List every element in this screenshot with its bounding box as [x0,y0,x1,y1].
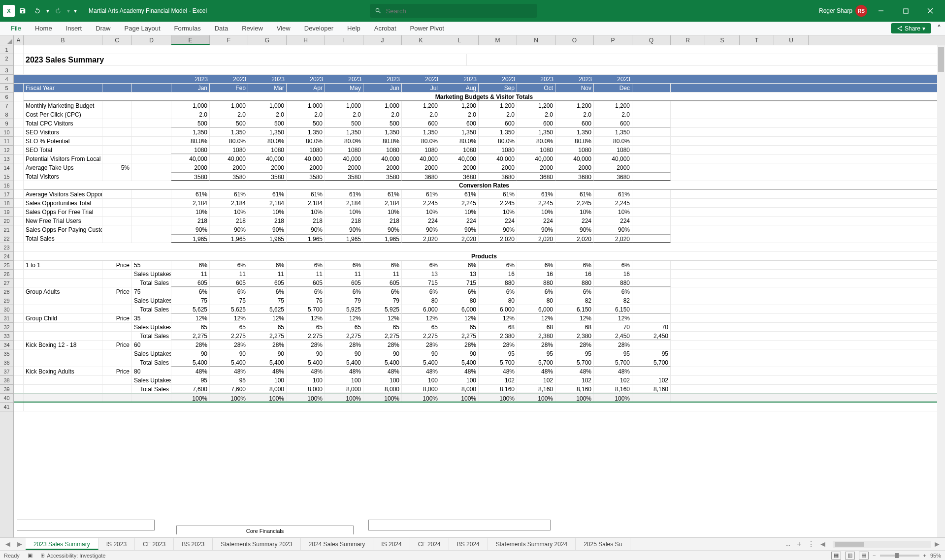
row-header-41[interactable]: 41 [0,403,13,411]
col-header-Q[interactable]: Q [632,35,671,45]
row-header-23[interactable]: 23 [0,243,13,252]
col-header-C[interactable]: C [102,35,132,45]
view-normal[interactable]: ▦ [831,552,841,560]
zoom-slider[interactable] [880,555,919,557]
row-header-8[interactable]: 8 [0,110,13,119]
ribbon-tab-home[interactable]: Home [28,22,59,35]
tabs-ellipsis[interactable]: ... [782,541,793,548]
sheet-tab[interactable]: 2023 Sales Summary [26,538,98,550]
sheet-tab[interactable]: Statements Summary 2023 [213,538,300,550]
close-button[interactable] [919,0,941,22]
row-header-28[interactable]: 28 [0,287,13,296]
row-header-26[interactable]: 26 [0,270,13,279]
row-header-10[interactable]: 10 [0,128,13,137]
row-header-36[interactable]: 36 [0,358,13,367]
ribbon-tab-view[interactable]: View [270,22,297,35]
undo-dropdown[interactable]: ▾ [45,4,50,18]
col-header-F[interactable]: F [210,35,248,45]
hscroll-right[interactable]: ► [931,538,943,550]
col-header-M[interactable]: M [479,35,517,45]
add-sheet-button[interactable]: + [793,540,805,549]
col-header-N[interactable]: N [517,35,555,45]
ribbon-tab-draw[interactable]: Draw [89,22,117,35]
row-header-30[interactable]: 30 [0,305,13,314]
col-header-R[interactable]: R [671,35,705,45]
sheet-tab[interactable]: BS 2023 [174,538,213,550]
row-header-29[interactable]: 29 [0,296,13,305]
ribbon-tab-acrobat[interactable]: Acrobat [367,22,403,35]
redo-button[interactable] [51,4,65,18]
view-page-break[interactable]: ▤ [859,552,869,560]
save-button[interactable] [16,4,30,18]
row-header-17[interactable]: 17 [0,190,13,199]
view-page-layout[interactable]: ▥ [845,552,855,560]
col-header-L[interactable]: L [440,35,479,45]
row-header-15[interactable]: 15 [0,172,13,181]
row-header-12[interactable]: 12 [0,146,13,155]
ribbon-tab-developer[interactable]: Developer [297,22,340,35]
col-header-E[interactable]: E [171,35,210,45]
row-header-11[interactable]: 11 [0,137,13,146]
row-header-5[interactable]: 5 [0,84,13,93]
row-header-20[interactable]: 20 [0,217,13,225]
row-header-9[interactable]: 9 [0,119,13,128]
qat-customize[interactable]: ▾ [72,4,79,18]
hscroll-thumb[interactable] [835,542,864,547]
row-header-22[interactable]: 22 [0,234,13,243]
tab-nav-prev[interactable]: ◄ [2,538,14,550]
vscroll-thumb[interactable] [938,47,944,72]
macro-record-icon[interactable]: ▣ [28,552,33,559]
row-header-35[interactable]: 35 [0,349,13,358]
row-header-39[interactable]: 39 [0,385,13,394]
row-header-31[interactable]: 31 [0,314,13,323]
col-header-G[interactable]: G [248,35,287,45]
row-header-38[interactable]: 38 [0,376,13,385]
col-header-J[interactable]: J [363,35,402,45]
sheet-tab[interactable]: 2024 Sales Summary [301,538,374,550]
vertical-scrollbar[interactable] [937,45,945,537]
row-header-37[interactable]: 37 [0,367,13,376]
col-header-B[interactable]: B [24,35,102,45]
row-header-13[interactable]: 13 [0,155,13,163]
col-header-A[interactable]: A [14,35,24,45]
row-header-33[interactable]: 33 [0,332,13,341]
row-header-34[interactable]: 34 [0,341,13,349]
hscroll-left[interactable]: ◄ [817,538,829,550]
zoom-out[interactable]: − [873,553,876,559]
row-header-7[interactable]: 7 [0,101,13,110]
col-header-O[interactable]: O [555,35,594,45]
row-header-6[interactable]: 6 [0,93,13,101]
sheet-tab[interactable]: IS 2024 [373,538,410,550]
col-header-D[interactable]: D [132,35,171,45]
row-header-2[interactable]: 2 [0,54,13,66]
row-header-18[interactable]: 18 [0,199,13,208]
float-box-core[interactable]: Core Financials [176,526,354,534]
maximize-button[interactable] [895,0,916,22]
search-box[interactable] [370,4,537,18]
zoom-in[interactable]: + [923,553,926,559]
row-header-1[interactable]: 1 [0,45,13,54]
horizontal-scrollbar[interactable] [833,541,931,548]
ribbon-tab-formulas[interactable]: Formulas [167,22,208,35]
float-box-3[interactable] [368,520,551,530]
col-header-I[interactable]: I [325,35,363,45]
ribbon-tab-data[interactable]: Data [208,22,235,35]
redo-dropdown[interactable]: ▾ [66,4,71,18]
row-header-16[interactable]: 16 [0,181,13,190]
select-all-cells[interactable] [0,35,14,45]
row-header-19[interactable]: 19 [0,208,13,217]
row-header-3[interactable]: 3 [0,66,13,75]
tab-options[interactable]: ⋮ [805,538,817,550]
ribbon-tab-help[interactable]: Help [340,22,367,35]
float-box-1[interactable] [17,520,155,530]
user-name[interactable]: Roger Sharp [819,7,852,14]
accessibility-status[interactable]: ⛨ Accessibility: Investigate [40,553,106,559]
user-avatar[interactable]: RS [855,5,867,17]
minimize-button[interactable] [870,0,892,22]
sheet-tab[interactable]: BS 2024 [449,538,488,550]
col-header-H[interactable]: H [287,35,325,45]
undo-button[interactable] [31,4,44,18]
ribbon-tab-page-layout[interactable]: Page Layout [118,22,167,35]
row-header-21[interactable]: 21 [0,225,13,234]
row-header-24[interactable]: 24 [0,252,13,261]
